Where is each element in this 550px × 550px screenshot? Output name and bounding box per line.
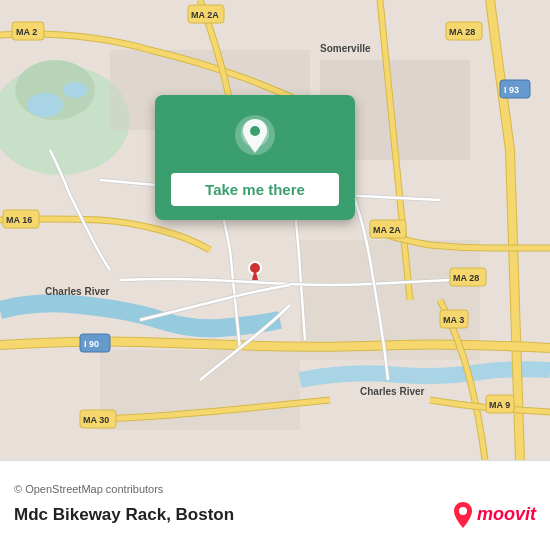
moovit-logo: moovit	[452, 501, 536, 529]
moovit-text: moovit	[477, 504, 536, 525]
ma2a-right-badge: MA 2A	[373, 225, 401, 235]
attribution: © OpenStreetMap contributors	[14, 483, 536, 495]
location-card: Take me there	[155, 95, 355, 220]
map-container: Somerville Charles River Charles River M…	[0, 0, 550, 460]
ma3-badge: MA 3	[443, 315, 464, 325]
ma16-badge: MA 16	[6, 215, 32, 225]
bottom-bar: © OpenStreetMap contributors Mdc Bikeway…	[0, 460, 550, 550]
i90-badge: I 90	[84, 339, 99, 349]
moovit-pin-icon	[452, 501, 474, 529]
svg-point-23	[250, 126, 260, 136]
location-name: Mdc Bikeway Rack, Boston	[14, 505, 234, 525]
ma30-badge: MA 30	[83, 415, 109, 425]
ma2-badge: MA 2	[16, 27, 37, 37]
map-pin-icon	[230, 113, 280, 163]
take-me-there-button[interactable]: Take me there	[171, 173, 339, 206]
svg-point-3	[27, 93, 63, 117]
ma28-top-badge: MA 28	[449, 27, 475, 37]
charles-river-left-label: Charles River	[45, 286, 110, 297]
charles-river-right-label: Charles River	[360, 386, 425, 397]
svg-point-4	[63, 82, 87, 98]
ma9-badge: MA 9	[489, 400, 510, 410]
svg-point-24	[459, 507, 467, 515]
ma28-right-badge: MA 28	[453, 273, 479, 283]
i93-badge: I 93	[504, 85, 519, 95]
location-title-row: Mdc Bikeway Rack, Boston moovit	[14, 501, 536, 529]
somerville-label: Somerville	[320, 43, 371, 54]
ma2a-top-badge: MA 2A	[191, 10, 219, 20]
